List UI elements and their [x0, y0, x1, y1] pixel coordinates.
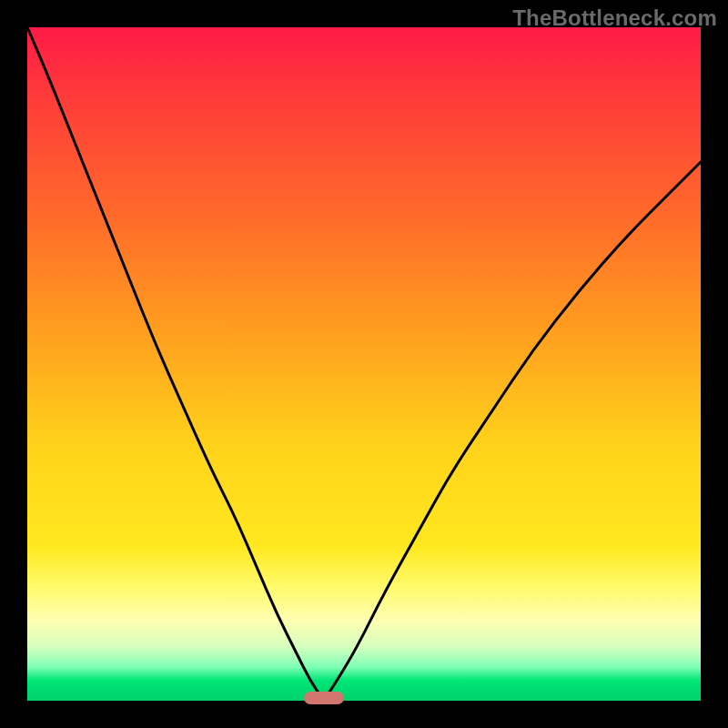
plot-area — [27, 27, 701, 701]
chart-stage: TheBottleneck.com — [0, 0, 728, 728]
watermark-text: TheBottleneck.com — [512, 5, 717, 31]
optimum-marker — [304, 692, 344, 704]
bottleneck-curve — [27, 27, 701, 701]
